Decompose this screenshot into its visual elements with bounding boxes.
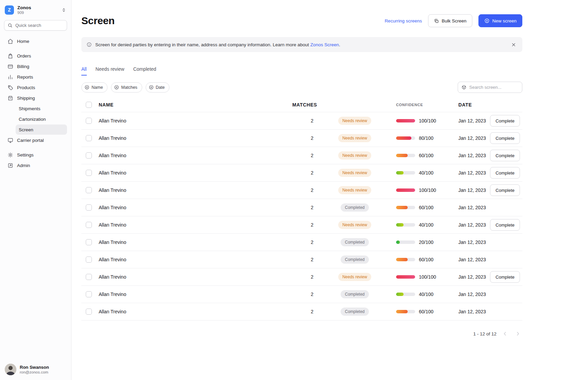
row-date: Jan 12, 2023 (458, 309, 492, 314)
sidebar-nav: Home Orders Billing Reports P (0, 36, 71, 359)
banner-close-button[interactable] (510, 41, 517, 48)
sidebar-item-billing[interactable]: Billing (4, 61, 67, 71)
table-row[interactable]: Allan Trevino 2 Completed 60/100 Jan 12,… (81, 199, 522, 216)
table-row[interactable]: Allan Trevino 2 Needs review 60/100 Jan … (81, 147, 522, 164)
row-checkbox[interactable] (86, 222, 92, 228)
bulk-screen-icon (434, 18, 439, 23)
sidebar-item-screen[interactable]: Screen (16, 125, 67, 135)
pagination: 1 - 12 of 12 (81, 329, 522, 338)
table-row[interactable]: Allan Trevino 2 Completed 20/100 Jan 12,… (81, 233, 522, 251)
sidebar-item-carrier-portal[interactable]: Carrier portal (4, 135, 67, 145)
select-all-checkbox[interactable] (86, 102, 92, 108)
row-checkbox[interactable] (86, 291, 92, 297)
status-badge: Completed (341, 255, 369, 264)
sidebar-item-label: Billing (17, 64, 29, 69)
row-checkbox[interactable] (86, 170, 92, 176)
row-name: Allan Trevino (96, 257, 292, 262)
row-date: Jan 12, 2023 (458, 205, 492, 210)
sidebar-item-admin[interactable]: Admin (4, 160, 67, 170)
filter-name-button[interactable]: Name (81, 82, 108, 93)
info-banner: Screen for denied parties by entering in… (81, 37, 522, 52)
avatar (5, 364, 16, 375)
bulk-screen-button[interactable]: Bulk Screen (428, 14, 472, 27)
table-row[interactable]: Allan Trevino 2 Needs review 100/100 Jan… (81, 112, 522, 129)
confidence-bar (396, 206, 415, 209)
new-screen-label: New screen (492, 18, 517, 23)
confidence-bar-fill (396, 206, 408, 209)
sidebar-item-products[interactable]: Products (4, 82, 67, 93)
chevron-right-icon (515, 331, 521, 337)
previous-page-button[interactable] (501, 329, 509, 338)
sidebar-item-shipping[interactable]: Shipping (4, 93, 67, 103)
row-name: Allan Trevino (96, 292, 292, 297)
row-checkbox[interactable] (86, 257, 92, 263)
row-checkbox[interactable] (86, 274, 92, 280)
new-screen-button[interactable]: New screen (478, 14, 522, 27)
search-screen-input[interactable] (469, 85, 519, 90)
monitor-icon (7, 137, 13, 143)
row-matches: 2 (292, 292, 313, 297)
tab-completed[interactable]: Completed (133, 66, 156, 76)
row-checkbox[interactable] (86, 309, 92, 315)
confidence-label: 60/100 (419, 153, 434, 158)
org-switcher[interactable]: Z Zonos 909 (0, 0, 71, 18)
row-checkbox[interactable] (86, 187, 92, 193)
complete-button[interactable]: Complete (490, 115, 520, 127)
filter-label: Name (92, 85, 103, 90)
complete-button[interactable]: Complete (490, 150, 520, 161)
sidebar-item-label: Carrier portal (17, 138, 44, 143)
admin-box-arrow-icon (7, 163, 13, 168)
row-checkbox[interactable] (86, 239, 92, 245)
quick-search-input[interactable]: Quick search (4, 20, 67, 31)
table-row[interactable]: Allan Trevino 2 Needs review 100/100 Jan… (81, 181, 522, 199)
complete-button[interactable]: Complete (490, 271, 520, 283)
tab-needs-review[interactable]: Needs review (96, 66, 125, 76)
confidence-label: 100/100 (419, 274, 436, 280)
sidebar-item-cartonization[interactable]: Cartonization (16, 114, 67, 124)
row-checkbox[interactable] (86, 135, 92, 141)
row-checkbox[interactable] (86, 118, 92, 124)
chevron-left-icon (502, 331, 508, 337)
row-name: Allan Trevino (96, 153, 292, 158)
table-row[interactable]: Allan Trevino 2 Needs review 40/100 Jan … (81, 216, 522, 233)
complete-button[interactable]: Complete (490, 132, 520, 144)
sidebar-item-settings[interactable]: Settings (4, 150, 67, 160)
tab-all[interactable]: All (81, 66, 87, 76)
pagination-label: 1 - 12 of 12 (473, 331, 496, 336)
table-row[interactable]: Allan Trevino 2 Needs review 80/100 Jan … (81, 129, 522, 147)
row-checkbox[interactable] (86, 152, 92, 159)
main-content: Screen Recurring screens Bulk Screen New… (71, 0, 588, 380)
filter-date-button[interactable]: Date (146, 82, 169, 93)
box-icon (461, 85, 467, 90)
table-header: NAME MATCHES CONFIDENCE DATE (81, 98, 522, 112)
user-profile[interactable]: Ron Swanson ron@zonos.com (0, 359, 71, 380)
filter-matches-button[interactable]: Matches (111, 82, 142, 93)
sidebar-item-home[interactable]: Home (4, 36, 67, 46)
complete-button[interactable]: Complete (490, 184, 520, 196)
recurring-screens-link[interactable]: Recurring screens (385, 18, 422, 23)
sidebar-item-label: Settings (17, 152, 34, 158)
confidence-label: 40/100 (419, 292, 434, 297)
complete-button[interactable]: Complete (490, 167, 520, 179)
zonos-screen-link[interactable]: Zonos Screen (310, 42, 339, 47)
confidence-bar-fill (396, 223, 404, 227)
sidebar-item-shipments[interactable]: Shipments (16, 103, 67, 114)
sidebar-item-label: Cartonization (19, 117, 46, 122)
home-icon (7, 38, 13, 44)
complete-button[interactable]: Complete (490, 219, 520, 231)
confidence-bar-fill (396, 188, 415, 192)
plus-circle-icon (84, 85, 89, 90)
confidence-bar-fill (396, 293, 404, 296)
table-row[interactable]: Allan Trevino 2 Completed 60/100 Jan 12,… (81, 251, 522, 268)
sidebar-item-orders[interactable]: Orders (4, 51, 67, 61)
confidence-bar (396, 154, 415, 157)
row-matches: 2 (292, 187, 313, 193)
table-row[interactable]: Allan Trevino 2 Completed 40/100 Jan 12,… (81, 285, 522, 303)
next-page-button[interactable] (513, 329, 522, 338)
sidebar-item-reports[interactable]: Reports (4, 72, 67, 82)
table-row[interactable]: Allan Trevino 2 Needs review 100/100 Jan… (81, 268, 522, 285)
table-row[interactable]: Allan Trevino 2 Completed 60/100 Jan 12,… (81, 303, 522, 320)
row-checkbox[interactable] (86, 204, 92, 211)
confidence-bar (396, 258, 415, 261)
table-row[interactable]: Allan Trevino 2 Needs review 40/100 Jan … (81, 164, 522, 181)
